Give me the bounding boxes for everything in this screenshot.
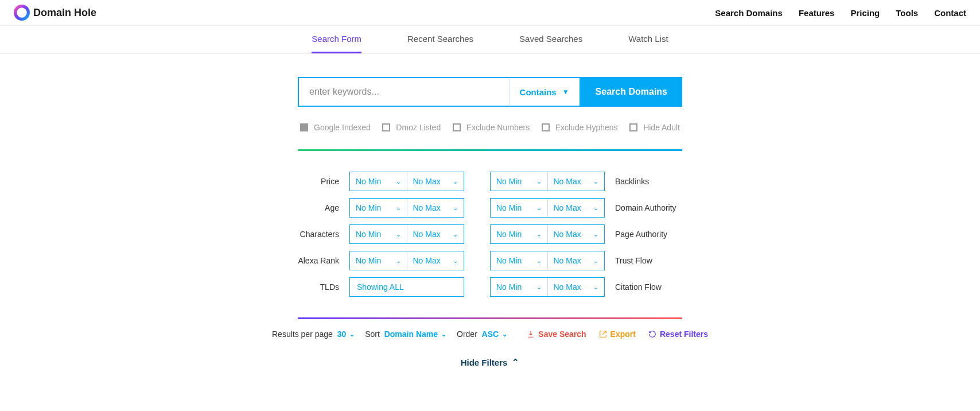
cf-min-select[interactable]: No Min⌄	[491, 278, 548, 296]
check-label: Dmoz Listed	[396, 123, 441, 132]
filter-label-pa: Page Authority	[605, 230, 667, 239]
hide-filters-toggle[interactable]: Hide Filters ⌃	[0, 357, 980, 367]
citation-flow-range: No Min⌄ No Max⌄	[490, 277, 605, 297]
backlinks-max-select[interactable]: No Max⌄	[548, 172, 605, 191]
characters-range: No Min⌄ No Max⌄	[349, 224, 464, 244]
filter-label-da: Domain Authority	[605, 203, 676, 212]
age-min-select[interactable]: No Min⌄	[350, 199, 407, 217]
chevron-down-icon: ⌄	[396, 204, 401, 212]
check-label: Hide Adult	[643, 123, 680, 132]
gradient-divider-2	[298, 317, 682, 319]
triangle-down-icon: ▼	[562, 88, 569, 96]
chevron-down-icon: ⌄	[349, 331, 355, 338]
filter-label-price: Price	[298, 177, 349, 186]
sort-select[interactable]: Domain Name ⌄	[384, 329, 446, 339]
trust-flow-range: No Min⌄ No Max⌄	[490, 251, 605, 270]
check-hide-adult[interactable]: Hide Adult	[629, 123, 680, 132]
check-dmoz-listed[interactable]: Dmoz Listed	[382, 123, 441, 132]
logo-icon	[14, 5, 30, 21]
chevron-down-icon: ⌄	[536, 257, 542, 265]
svg-point-0	[15, 6, 29, 20]
results-per-page-select[interactable]: 30 ⌄	[337, 329, 355, 339]
filter-label-tf: Trust Flow	[605, 256, 652, 265]
chevron-down-icon: ⌄	[593, 284, 598, 291]
nav-contact[interactable]: Contact	[934, 8, 966, 18]
check-label: Exclude Numbers	[466, 123, 530, 132]
backlinks-min-select[interactable]: No Min⌄	[491, 172, 548, 191]
match-mode-value: Contains	[520, 87, 557, 97]
tab-saved-searches[interactable]: Saved Searches	[519, 34, 582, 53]
chevron-down-icon: ⌄	[502, 331, 507, 338]
gradient-divider	[298, 149, 682, 151]
check-exclude-hyphens[interactable]: Exclude Hyphens	[542, 123, 618, 132]
alexa-min-select[interactable]: No Min⌄	[350, 251, 407, 270]
check-google-indexed[interactable]: Google Indexed	[300, 123, 371, 132]
search-button[interactable]: Search Domains	[581, 77, 682, 107]
tab-search-form[interactable]: Search Form	[312, 34, 361, 53]
da-min-select[interactable]: No Min⌄	[491, 199, 548, 217]
check-label: Google Indexed	[314, 123, 371, 132]
filter-label-alexa: Alexa Rank	[298, 256, 349, 265]
nav-pricing[interactable]: Pricing	[850, 8, 880, 18]
pa-max-select[interactable]: No Max⌄	[548, 225, 605, 243]
chevron-down-icon: ⌄	[396, 231, 401, 238]
filter-label-cf: Citation Flow	[605, 282, 662, 292]
header: Domain Hole Search Domains Features Pric…	[0, 0, 980, 26]
nav-tools[interactable]: Tools	[896, 8, 918, 18]
chevron-down-icon: ⌄	[441, 331, 446, 338]
tabs: Search Form Recent Searches Saved Search…	[0, 26, 980, 54]
filter-label-tlds: TLDs	[298, 282, 349, 292]
export-button[interactable]: Export	[599, 329, 636, 339]
filters-grid: Price No Min⌄ No Max⌄ No Min⌄ No Max⌄ Ba…	[298, 172, 682, 297]
chevron-down-icon: ⌄	[536, 204, 542, 212]
chevron-down-icon: ⌄	[536, 231, 542, 238]
bottom-controls: Results per page 30 ⌄ Sort Domain Name ⌄…	[266, 329, 714, 339]
domain-authority-range: No Min⌄ No Max⌄	[490, 198, 605, 218]
tf-max-select[interactable]: No Max⌄	[548, 251, 605, 270]
sort-label: Sort	[365, 329, 380, 339]
checkbox-icon	[629, 123, 637, 131]
chars-min-select[interactable]: No Min⌄	[350, 225, 407, 243]
keywords-input[interactable]	[298, 77, 510, 107]
tab-recent-searches[interactable]: Recent Searches	[407, 34, 473, 53]
da-max-select[interactable]: No Max⌄	[548, 199, 605, 217]
alexa-range: No Min⌄ No Max⌄	[349, 251, 464, 270]
checkbox-row: Google Indexed Dmoz Listed Exclude Numbe…	[298, 123, 682, 132]
chevron-down-icon: ⌄	[593, 178, 598, 185]
reset-filters-button[interactable]: Reset Filters	[648, 329, 708, 339]
refresh-icon	[648, 330, 656, 338]
nav-search-domains[interactable]: Search Domains	[715, 8, 783, 18]
nav-features[interactable]: Features	[799, 8, 835, 18]
alexa-max-select[interactable]: No Max⌄	[407, 251, 464, 270]
chevron-down-icon: ⌄	[536, 284, 542, 291]
chevron-up-icon: ⌃	[512, 357, 519, 367]
filter-label-age: Age	[298, 203, 349, 212]
filter-label-characters: Characters	[298, 230, 349, 239]
tab-watch-list[interactable]: Watch List	[628, 34, 668, 53]
tf-min-select[interactable]: No Min⌄	[491, 251, 548, 270]
chevron-down-icon: ⌄	[593, 231, 598, 238]
chevron-down-icon: ⌄	[453, 178, 458, 185]
pa-min-select[interactable]: No Min⌄	[491, 225, 548, 243]
download-icon	[527, 330, 535, 338]
chevron-down-icon: ⌄	[453, 204, 458, 212]
chevron-down-icon: ⌄	[453, 257, 458, 265]
match-mode-select[interactable]: Contains ▼	[510, 77, 581, 107]
order-select[interactable]: ASC ⌄	[482, 329, 508, 339]
page-authority-range: No Min⌄ No Max⌄	[490, 224, 605, 244]
check-exclude-numbers[interactable]: Exclude Numbers	[453, 123, 530, 132]
save-search-button[interactable]: Save Search	[527, 329, 586, 339]
age-max-select[interactable]: No Max⌄	[407, 199, 464, 217]
filter-label-backlinks: Backlinks	[605, 177, 649, 186]
chevron-down-icon: ⌄	[396, 257, 401, 265]
search-row: Contains ▼ Search Domains	[298, 77, 682, 107]
chevron-down-icon: ⌄	[593, 204, 598, 212]
chevron-down-icon: ⌄	[593, 257, 598, 265]
cf-max-select[interactable]: No Max⌄	[548, 278, 605, 296]
chars-max-select[interactable]: No Max⌄	[407, 225, 464, 243]
logo[interactable]: Domain Hole	[14, 5, 96, 21]
price-max-select[interactable]: No Max⌄	[407, 172, 464, 191]
price-min-select[interactable]: No Min⌄	[350, 172, 407, 191]
tlds-select[interactable]: Showing ALL	[349, 277, 464, 297]
backlinks-range: No Min⌄ No Max⌄	[490, 172, 605, 191]
